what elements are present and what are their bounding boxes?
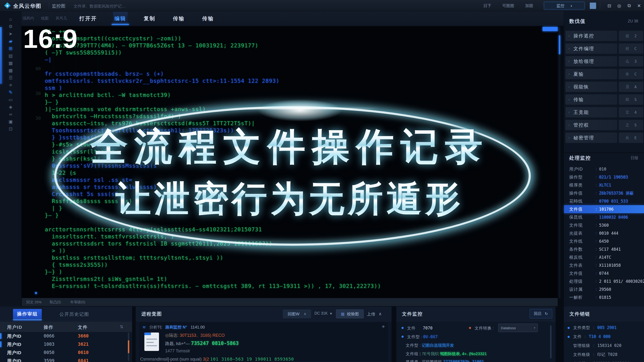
kv-value: A14TC — [599, 255, 611, 260]
toolbar-tab[interactable]: 传输 — [201, 12, 215, 26]
badge-value: E — [634, 136, 637, 140]
replay-button[interactable]: 回图W ∧ — [283, 310, 311, 318]
function-item-main[interactable]: ›操作遮控 — [566, 31, 617, 41]
blue-dot-icon — [402, 327, 404, 329]
verify-button[interactable]: ▦ 校验图 — [336, 310, 364, 318]
function-list-item[interactable]: ›传输 丝S — [566, 94, 643, 105]
function-list-item[interactable]: ›操作遮控 追2 — [566, 31, 643, 41]
toolbar-left-item[interactable]: 风号几 — [56, 16, 67, 21]
toolbar-tab[interactable]: 编辑 — [113, 12, 128, 26]
menu-item[interactable]: 加固 — [525, 3, 533, 8]
sidebar-icon[interactable]: ✎ — [6, 89, 16, 96]
file-chain-row: 文件类型 : 005 2901 — [568, 325, 629, 334]
app-logo-icon: ◆ — [4, 2, 10, 9]
menu-item-monitor[interactable]: 监控图 — [52, 3, 65, 9]
sidebar-icon[interactable]: ∞ — [6, 110, 16, 118]
function-item-main[interactable]: ›放给领理 — [566, 56, 617, 66]
editor-scrollbar-thumb[interactable] — [559, 35, 560, 54]
function-item-main[interactable]: ›很能恢 — [566, 82, 617, 92]
function-item-label: 传输 — [574, 96, 584, 103]
detail-kv-row: 设计属 : 29560 — [564, 285, 644, 293]
restart-button[interactable]: 国启 ↻ — [530, 309, 552, 318]
function-item-main[interactable]: ›秘密管理 — [566, 132, 617, 143]
tab-underline — [13, 319, 42, 320]
table-scrollbar-thumb[interactable] — [128, 340, 129, 353]
function-item-main[interactable]: ›王竟能 — [566, 107, 617, 118]
kv-colon: : — [596, 247, 596, 252]
expand-icon[interactable]: ◈ — [382, 324, 385, 328]
detail-kv-row: 保昆线 : 1100032 0406 — [564, 213, 644, 221]
strip-icons: ⌂⚙➤▰⊞▤▦▩☰≡✎▭◈∞▣⊡ — [0, 16, 21, 132]
table-row[interactable]: 用户ID 0066 3660 — [0, 332, 132, 340]
function-list-item[interactable]: ›王竟能 立4 — [566, 107, 643, 118]
panel-title: 进程觉图 — [141, 311, 162, 317]
badge-icon: 追 — [625, 34, 629, 38]
kv-label: 花時线 — [569, 198, 596, 204]
sidebar-icon[interactable]: ⌂ — [6, 16, 16, 23]
kv-label: 用户ID — [569, 166, 596, 172]
share-icon[interactable]: ◎ — [614, 3, 624, 8]
analysis-link[interactable]: 路则监控 N° — [165, 325, 187, 330]
sort-icon[interactable]: ⇅ — [120, 324, 123, 330]
function-list-item[interactable]: ›夏输 全C — [566, 69, 643, 79]
toolbar-left-item[interactable]: 线图 — [41, 16, 48, 21]
function-list-item[interactable]: ›放给领理 么3 — [566, 56, 643, 66]
file-monitor-panel: 文件监控 国启 ↻ 文件 7070 文件转换 : Databsso ▾ 文件型 … — [396, 306, 556, 362]
function-list-item[interactable]: ›很能恢 丑A — [566, 82, 643, 92]
toolbar-tab[interactable]: 传输 — [172, 12, 186, 26]
sidebar-icon[interactable]: ☰ — [6, 74, 16, 81]
device-icon[interactable]: ⊟ — [604, 3, 614, 8]
tab-history[interactable]: 公开历史记图 — [60, 311, 89, 318]
toolbar-left-item[interactable]: 强风约 — [23, 16, 34, 21]
kv-value: 5360 — [599, 223, 608, 228]
sidebar-icon[interactable]: ≡ — [6, 81, 16, 89]
topbar: ◆ 全风云华图 监控图 文件录、数据图风险控护记… 日下可图图加固 监控 › ⊟… — [0, 0, 644, 11]
sidebar-icon[interactable]: ▩ — [6, 67, 16, 74]
sidebar-icon[interactable]: ⊞ — [6, 45, 16, 52]
table-row[interactable]: 用户ID 1003 3621 — [0, 340, 132, 348]
function-item-main[interactable]: ›夏输 — [566, 69, 617, 79]
sidebar-icon[interactable]: ➤ — [6, 30, 16, 38]
tab-operations-active[interactable]: 操作审组 — [13, 309, 42, 319]
color-swatch[interactable] — [590, 2, 596, 9]
panel-meta: ZU 38 — [628, 19, 638, 23]
sidebar-icon[interactable]: ▭ — [6, 96, 16, 103]
format-select[interactable]: Databsso ▾ — [498, 324, 538, 332]
sidebar-icon[interactable]: ▦ — [6, 60, 16, 67]
close-icon[interactable]: ✕ — [634, 3, 644, 8]
field-label: 文件 — [407, 326, 416, 330]
sidebar-icon[interactable]: ▤ — [6, 52, 16, 60]
function-list-item[interactable]: ›管控权 之S — [566, 120, 643, 130]
function-item-main[interactable]: ›管控权 — [566, 120, 617, 130]
menu-item[interactable]: 日下 — [483, 3, 491, 8]
sidebar-icon[interactable]: ▰ — [6, 38, 16, 45]
menu-item[interactable]: 可图图 — [502, 3, 514, 8]
panel-scrollbar[interactable] — [550, 326, 552, 358]
function-list-item[interactable]: ›文件编理 丝C — [566, 44, 643, 54]
badge-value: C — [634, 46, 637, 51]
sidebar-icon[interactable]: ▣ — [6, 118, 16, 125]
sidebar-icon[interactable]: ◈ — [6, 103, 16, 110]
kv-value: 0010 444 — [599, 231, 618, 236]
table-row[interactable]: 用户ID 3599 6841 — [0, 357, 132, 362]
function-item-main[interactable]: ›文件编理 — [566, 44, 617, 54]
kv-value: 01815 — [599, 295, 611, 300]
toolbar-tab[interactable]: 打开开 — [78, 12, 98, 26]
table-row[interactable]: 用户ID 0050 0610 — [0, 348, 132, 357]
function-item-label: 夏输 — [574, 71, 584, 77]
function-item-label: 放给领理 — [574, 58, 594, 64]
sidebar-icon[interactable]: ⊡ — [6, 125, 16, 132]
function-list-item[interactable]: ›秘密管理 丛E — [566, 132, 643, 143]
rate-dropdown[interactable]: DC 31K ▾ — [314, 311, 332, 316]
upload-button[interactable]: 上传 ∧ — [367, 311, 382, 317]
cell-operation: 0050 — [44, 350, 54, 355]
restore-window-icon[interactable]: ⧉ — [624, 3, 634, 8]
kv-value: X11101058 — [599, 263, 621, 268]
toolbar-tab[interactable]: 复制 — [142, 12, 157, 26]
meta-value-orange: 30T1153、3165) RECO — [180, 333, 225, 338]
monitor-button[interactable]: 监控 › — [544, 2, 584, 10]
function-item-main[interactable]: ›传输 — [566, 94, 617, 105]
sidebar-icon[interactable]: ⚙ — [6, 23, 16, 30]
editor-scrollbar-track[interactable] — [558, 27, 560, 298]
doc-line — [146, 342, 154, 343]
